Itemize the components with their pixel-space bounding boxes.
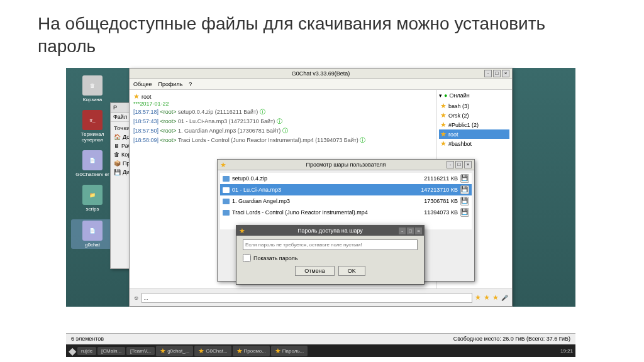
share-file-list: setup0.0.4.zip21116211 КВ💾 01 - Lu.Ci-An…	[220, 173, 472, 229]
password-dialog[interactable]: ★ Пароль доступа на шару - □ × Показать …	[236, 225, 425, 285]
channel-public1[interactable]: ★#Public1 (2)	[439, 120, 509, 129]
user-root[interactable]: ★root	[439, 129, 509, 139]
menu-help[interactable]: ?	[189, 81, 192, 87]
share-row[interactable]: 01 - Lu.Ci-Ana.mp3147213710 КВ💾	[220, 184, 472, 195]
maximize-icon[interactable]: □	[493, 70, 501, 77]
share-titlebar[interactable]: ★ Просмотр шары пользователя - □ ×	[218, 160, 474, 170]
slide-title: На общедоступные файлы для скачивания мо…	[0, 0, 644, 65]
share-row[interactable]: 1. Guardian Angel.mp317306781 КВ💾	[220, 195, 472, 207]
chat-date: ***2017-01-22	[133, 101, 432, 107]
desktop-area: 🗑Корзина #_Терминал суперпол 📄G0ChatServ…	[66, 68, 575, 357]
user-bash[interactable]: ★bash (3)	[439, 101, 509, 111]
close-icon[interactable]: ×	[415, 228, 422, 234]
mic-icon[interactable]: 🎤	[501, 295, 508, 301]
folder-icon	[223, 176, 230, 182]
desktop-icon-g0chatserver[interactable]: 📄G0ChatServ er	[71, 150, 114, 177]
minimize-icon[interactable]: -	[399, 228, 406, 234]
folder-icon	[223, 199, 230, 204]
minimize-icon[interactable]: -	[447, 161, 454, 168]
log-line: [18:58:09] <root> Traci Lords - Control …	[133, 136, 432, 145]
show-password-label: Показать пароль	[253, 255, 297, 261]
desktop-icon-terminal[interactable]: #_Терминал суперпол	[71, 110, 114, 143]
taskbar-item[interactable]: ★g0chat_...	[156, 346, 193, 356]
maximize-icon[interactable]: □	[455, 161, 463, 168]
cancel-button[interactable]: Отмена	[295, 266, 334, 276]
fm-menu-file[interactable]: Файл	[113, 114, 127, 120]
maximize-icon[interactable]: □	[407, 228, 414, 234]
ok-button[interactable]: OK	[338, 266, 365, 276]
desktop-icon-scrips[interactable]: 📁scrips	[71, 185, 114, 212]
pwd-title-text: Пароль доступа на шару	[297, 228, 363, 234]
channel-bashbot[interactable]: ★#bashbot	[439, 139, 509, 148]
save-icon[interactable]: 💾	[460, 185, 469, 194]
chat-title: G0Chat v3.33.69(Beta)	[292, 70, 350, 77]
save-icon[interactable]: 💾	[460, 197, 469, 206]
taskbar-lang[interactable]: ru|de	[77, 347, 96, 355]
menu-profile[interactable]: Профиль	[158, 81, 182, 87]
desktop-icons: 🗑Корзина #_Терминал суперпол 📄G0ChatServ…	[71, 68, 114, 256]
taskbar-clock: 19:21	[560, 348, 573, 354]
taskbar-item[interactable]: ★Просмо...	[233, 346, 270, 356]
chevron-down-icon[interactable]: ▾	[439, 92, 442, 99]
start-icon[interactable]: ◆	[69, 345, 76, 357]
user-orsk[interactable]: ★Orsk (2)	[439, 111, 509, 120]
smiley-icon[interactable]: ☺	[133, 295, 139, 301]
show-password-checkbox[interactable]	[243, 254, 251, 262]
desktop-icon-g0chat[interactable]: 📄g0chat	[71, 219, 114, 249]
taskbar-item[interactable]: ★G0Chat...	[194, 346, 231, 356]
fm-statusbar: 6 элементов Свободное место: 26.0 ГиБ (В…	[66, 333, 575, 344]
pwd-titlebar[interactable]: ★ Пароль доступа на шару - □ ×	[236, 226, 424, 236]
taskbar-item[interactable]: [CMain...	[97, 347, 125, 355]
folder-icon	[223, 210, 230, 216]
taskbar-item[interactable]: [TeamV...	[126, 347, 155, 355]
desktop-icon-trash[interactable]: 🗑Корзина	[71, 75, 114, 102]
log-line: [18:57:43] <root> 01 - Lu.Ci-Ana.mp3 (14…	[133, 118, 432, 126]
chat-menubar: Общее Профиль ?	[130, 79, 512, 90]
minimize-icon[interactable]: -	[484, 70, 492, 77]
log-line: [18:57:18] <root> setup0.0.4.zip (211162…	[133, 108, 432, 116]
close-icon[interactable]: ×	[464, 161, 472, 168]
save-icon[interactable]: 💾	[460, 174, 469, 183]
folder-icon	[223, 187, 230, 193]
taskbar: ◆ ru|de [CMain... [TeamV... ★g0chat_... …	[66, 344, 575, 357]
star-icon: ★	[133, 92, 140, 101]
chat-titlebar[interactable]: G0Chat v3.33.69(Beta) - □ ×	[130, 69, 512, 79]
log-line: [18:57:50] <root> 1. Guardian Angel.mp3 …	[133, 127, 432, 135]
chat-root-label: root	[142, 94, 152, 100]
save-icon[interactable]: 💾	[460, 208, 469, 217]
chat-input-bar: ☺ ★ ★ ★ 🎤	[130, 288, 512, 306]
share-row[interactable]: setup0.0.4.zip21116211 КВ💾	[220, 173, 472, 184]
taskbar-item[interactable]: ★Пароль...	[271, 346, 308, 356]
share-row[interactable]: Traci Lords - Control (Juno Reactor Inst…	[220, 207, 472, 218]
star-icon[interactable]: ★	[492, 293, 499, 302]
fm-status-left: 6 элементов	[71, 336, 104, 343]
star-icon: ★	[220, 161, 226, 169]
chat-input[interactable]	[142, 293, 472, 303]
menu-general[interactable]: Общее	[133, 81, 152, 87]
star-icon[interactable]: ★	[484, 293, 490, 302]
password-input[interactable]	[243, 239, 418, 250]
status-label: Онлайн	[449, 92, 469, 99]
star-icon: ★	[239, 227, 245, 235]
close-icon[interactable]: ×	[502, 70, 509, 77]
star-icon[interactable]: ★	[475, 293, 481, 302]
fm-status-right: Свободное место: 26.0 ГиБ (Всего: 37.6 Г…	[453, 336, 570, 343]
share-title: Просмотр шары пользователя	[306, 162, 386, 168]
